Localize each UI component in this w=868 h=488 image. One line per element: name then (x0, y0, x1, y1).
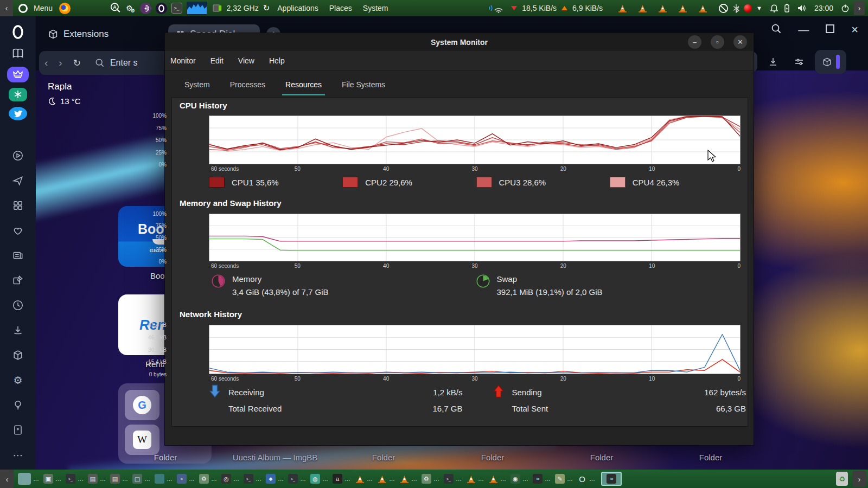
taskbar-item-files[interactable]: ▢… (132, 474, 151, 484)
recording-indicator-icon[interactable] (744, 4, 752, 12)
menu-help[interactable]: Help (269, 56, 285, 65)
taskbar-item-film[interactable]: ▤… (110, 474, 129, 484)
tor-browser-icon[interactable] (140, 3, 151, 14)
taskbar-item-circle-a[interactable]: a… (333, 474, 351, 484)
menu-button[interactable]: Menu (34, 4, 53, 12)
taskbar-item-shield[interactable]: ◆… (266, 474, 284, 484)
downloads-icon[interactable] (9, 321, 27, 339)
extensions-icon[interactable] (9, 346, 27, 364)
taskbar-item-recycle[interactable]: ♻… (199, 474, 218, 484)
browser-maximize-button[interactable] (825, 24, 835, 36)
taskbar-item-edit[interactable]: ✎… (555, 474, 573, 484)
taskbar-item-terminal[interactable]: >_… (288, 474, 307, 484)
taskbar-item-select[interactable]: ▫… (177, 474, 195, 484)
close-button[interactable]: ✕ (733, 35, 747, 49)
taskbar-item-circle-n[interactable]: ◍… (310, 474, 329, 484)
vlc-cone-icon[interactable] (658, 1, 667, 15)
speed-dial-icon[interactable] (9, 196, 27, 215)
browser-minimize-button[interactable]: — (798, 24, 809, 36)
history-icon[interactable] (9, 296, 27, 314)
more-icon[interactable]: ⋯ (9, 446, 27, 464)
taskbar-item-sysmon[interactable]: ≈ (601, 472, 622, 486)
menu-monitor[interactable]: Monitor (170, 56, 196, 65)
search-a-icon[interactable]: A (110, 1, 122, 15)
extensions-panel-button[interactable] (815, 50, 846, 74)
reading-icon[interactable] (9, 421, 27, 439)
taskbar-item-folder[interactable]: ▣… (43, 474, 62, 484)
network-signal-icon[interactable] (488, 1, 506, 15)
filters-button[interactable] (789, 52, 809, 72)
vlc-cone-icon[interactable] (698, 1, 707, 15)
panel-collapse-right[interactable]: › (854, 1, 865, 15)
volume-icon[interactable] (797, 1, 807, 15)
news-icon[interactable] (9, 246, 27, 265)
speed-dial-label[interactable]: Folder (106, 453, 225, 462)
twitter-icon[interactable] (9, 107, 27, 120)
opera-logo-icon[interactable] (7, 24, 29, 40)
tab-file-systems[interactable]: File Systems (341, 75, 386, 95)
notifications-bell-icon[interactable] (770, 1, 778, 15)
speed-dial-label[interactable]: Folder (324, 453, 443, 462)
distro-logo-icon[interactable] (18, 4, 28, 13)
tab-system[interactable]: System (183, 75, 211, 95)
taskbar-item-cone[interactable]: … (488, 474, 507, 484)
taskbar-collapse-left[interactable]: ‹ (0, 470, 14, 488)
taskbar-item-cone[interactable]: … (399, 474, 418, 484)
system-load-graph[interactable] (187, 2, 207, 15)
panel-menu-applications[interactable]: Applications (277, 4, 318, 12)
bookmarks-icon[interactable] (7, 45, 29, 61)
back-button[interactable]: ‹ (44, 57, 48, 69)
taskbar-item-square[interactable]: … (155, 474, 173, 484)
taskbar-item-film[interactable]: ▤… (88, 474, 106, 484)
taskbar-item-cone[interactable]: … (377, 474, 395, 484)
vlc-cone-icon[interactable] (678, 1, 687, 15)
menu-edit[interactable]: Edit (210, 56, 224, 65)
cpu-chip-icon[interactable] (212, 1, 222, 15)
taskbar-item-terminal[interactable]: >_… (244, 474, 262, 484)
gears-icon[interactable]: ⚙⚙ (126, 1, 136, 15)
taskbar-item-terminal[interactable]: >_… (444, 474, 462, 484)
titlebar[interactable]: System Monitor – ▫ ✕ (165, 33, 754, 51)
bluetooth-icon[interactable] (733, 1, 739, 15)
speed-dial-label[interactable]: Uuesti Album — ImgBB (215, 453, 335, 462)
clock[interactable]: 23:00 (814, 4, 833, 12)
heart-icon[interactable] (9, 221, 27, 240)
taskbar-item-recycle[interactable]: ♻… (422, 474, 440, 484)
speed-dial-label[interactable]: Folder (651, 453, 770, 462)
menu-view[interactable]: View (238, 56, 254, 65)
speed-dial-label[interactable]: Folder (433, 453, 552, 462)
panel-menu-system[interactable]: System (363, 4, 388, 12)
minimize-button[interactable]: – (688, 35, 701, 49)
taskbar-item-disc[interactable]: ◎… (221, 474, 240, 484)
tab-extensions[interactable]: Extensions (48, 29, 108, 40)
terminal-tray-icon[interactable]: >_ (171, 3, 182, 14)
forward-button[interactable]: › (59, 57, 62, 69)
browser-close-button[interactable]: × (851, 23, 858, 37)
taskbar-item-monitor-dark[interactable]: ≈… (533, 474, 551, 484)
downloads-button[interactable] (763, 52, 783, 72)
power-icon[interactable] (841, 1, 850, 15)
tab-resources[interactable]: Resources (284, 75, 323, 95)
tab-processes[interactable]: Processes (229, 75, 266, 95)
browser-search-icon[interactable] (771, 23, 782, 36)
speed-dial-label[interactable]: Folder (542, 453, 661, 462)
taskbar-collapse-right[interactable]: › (852, 471, 866, 487)
taskbar-item-terminal[interactable]: >_… (66, 474, 84, 484)
firefox-icon[interactable] (59, 3, 71, 14)
dropdown-triangle-icon[interactable]: ▼ (756, 1, 762, 15)
do-not-disturb-icon[interactable] (718, 1, 729, 15)
player-icon[interactable] (9, 146, 27, 165)
panel-collapse-left[interactable]: ‹ (0, 0, 13, 16)
taskbar-item-disc-green[interactable]: ◉… (510, 474, 529, 484)
chatgpt-icon[interactable] (9, 88, 27, 101)
opera-tray-icon[interactable] (156, 3, 167, 14)
settings-icon[interactable]: ⚙ (9, 371, 27, 389)
vlc-cone-icon[interactable] (638, 1, 647, 15)
maximize-button[interactable]: ▫ (711, 35, 724, 49)
idea-icon[interactable] (9, 396, 27, 414)
battery-icon[interactable] (783, 1, 790, 15)
weather-widget[interactable]: Rapla 13 °C (48, 81, 81, 106)
premium-crown-icon[interactable] (7, 67, 29, 82)
pinboard-icon[interactable] (9, 271, 27, 290)
taskbar-item-files-big[interactable]: … (18, 473, 40, 485)
